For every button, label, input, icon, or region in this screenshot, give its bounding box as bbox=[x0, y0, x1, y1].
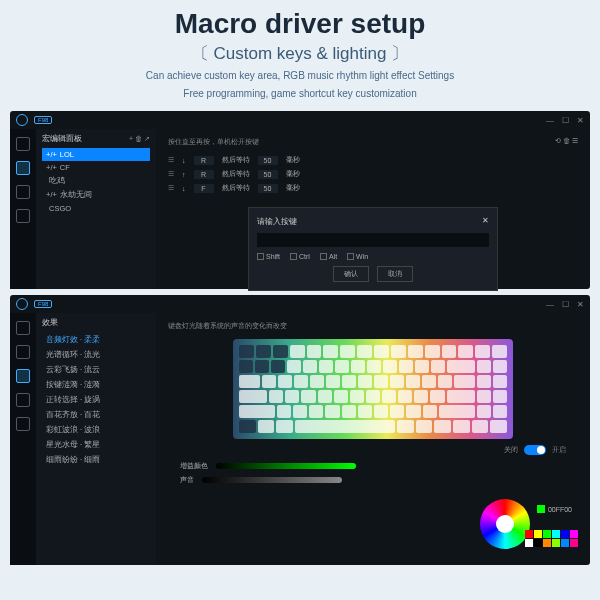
toggle-on-label: 开启 bbox=[552, 445, 566, 455]
panel-tools[interactable]: + 🗑 ↗ bbox=[129, 135, 150, 143]
toggle-off-label: 关闭 bbox=[504, 445, 518, 455]
home-icon[interactable] bbox=[16, 321, 30, 335]
sound-label: 声音 bbox=[180, 475, 194, 485]
color-swatch[interactable] bbox=[561, 530, 569, 538]
macro-item[interactable]: +/+LOL bbox=[42, 148, 150, 161]
color-swatch[interactable] bbox=[570, 530, 578, 538]
effect-item[interactable]: 星光水母 · 繁星 bbox=[42, 437, 150, 452]
modifier-checkbox[interactable]: Alt bbox=[320, 253, 337, 260]
effect-item[interactable]: 音频灯效 · 柔柔 bbox=[42, 332, 150, 347]
content-tools[interactable]: ⟲ 🗑 ☰ bbox=[555, 137, 578, 147]
macro-icon[interactable] bbox=[16, 345, 30, 359]
dialog-title: 请输入按键 bbox=[257, 216, 297, 227]
macro-icon[interactable] bbox=[16, 161, 30, 175]
sequence-row[interactable]: ☰↓F然后等待50毫秒 bbox=[168, 181, 578, 195]
hero-desc1: Can achieve custom key area, RGB music r… bbox=[10, 69, 590, 83]
maximize-button[interactable]: ☐ bbox=[562, 116, 569, 125]
color-swatch[interactable] bbox=[552, 539, 560, 547]
color-swatch[interactable] bbox=[525, 539, 533, 547]
sequence-row[interactable]: ☰↓R然后等待50毫秒 bbox=[168, 153, 578, 167]
color-hex: 00FF00 bbox=[548, 506, 572, 513]
content-hint: 按住直至再按，单机松开按键 bbox=[168, 137, 259, 147]
effect-item[interactable]: 细雨纷纷 · 细雨 bbox=[42, 452, 150, 467]
ok-button[interactable]: 确认 bbox=[333, 266, 369, 282]
macro-item[interactable]: 吃鸡 bbox=[42, 174, 150, 188]
titlebar: F98 — ☐ ✕ bbox=[10, 111, 590, 129]
sequence-row[interactable]: ☰↑R然后等待50毫秒 bbox=[168, 167, 578, 181]
model-badge: F98 bbox=[34, 300, 52, 308]
effect-toggle[interactable] bbox=[524, 445, 546, 455]
gain-color-slider[interactable] bbox=[216, 463, 356, 469]
minimize-button[interactable]: — bbox=[546, 116, 554, 125]
sidebar bbox=[10, 129, 36, 289]
effect-item[interactable]: 彩虹波浪 · 波浪 bbox=[42, 422, 150, 437]
panel-title: 效果 bbox=[42, 317, 58, 328]
modifier-checkbox[interactable]: Shift bbox=[257, 253, 280, 260]
color-swatch[interactable] bbox=[561, 539, 569, 547]
effect-description: 键盘灯光随着系统的声音的变化而改变 bbox=[168, 321, 578, 331]
macro-content: 按住直至再按，单机松开按键 ⟲ 🗑 ☰ ☰↓R然后等待50毫秒☰↑R然后等待50… bbox=[156, 129, 590, 289]
dialog-close-icon[interactable]: ✕ bbox=[482, 216, 489, 227]
effects-panel: 效果 音频灯效 · 柔柔光谱循环 · 流光云彩飞扬 · 流云按键涟漪 · 涟漪正… bbox=[36, 313, 156, 565]
panel-title: 宏编辑面板 bbox=[42, 133, 82, 144]
cancel-button[interactable]: 取消 bbox=[377, 266, 413, 282]
effect-item[interactable]: 光谱循环 · 流光 bbox=[42, 347, 150, 362]
modifier-checkbox[interactable]: Ctrl bbox=[290, 253, 310, 260]
current-color-swatch bbox=[537, 505, 545, 513]
app-logo-icon bbox=[16, 298, 28, 310]
macro-item[interactable]: CSGO bbox=[42, 202, 150, 215]
keyboard-preview bbox=[233, 339, 513, 439]
lighting-icon[interactable] bbox=[16, 369, 30, 383]
effect-item[interactable]: 百花齐放 · 百花 bbox=[42, 407, 150, 422]
titlebar: F98 — ☐ ✕ bbox=[10, 295, 590, 313]
sidebar bbox=[10, 313, 36, 565]
minimize-button[interactable]: — bbox=[546, 300, 554, 309]
color-swatch[interactable] bbox=[570, 539, 578, 547]
key-input-dialog: 请输入按键 ✕ ShiftCtrlAltWin 确认 取消 bbox=[248, 207, 498, 291]
macro-list-panel: 宏编辑面板 + 🗑 ↗ +/+LOL+/+CF吃鸡+/+永劫无间CSGO bbox=[36, 129, 156, 289]
app-logo-icon bbox=[16, 114, 28, 126]
close-button[interactable]: ✕ bbox=[577, 300, 584, 309]
macro-item[interactable]: +/+永劫无间 bbox=[42, 188, 150, 202]
color-swatch[interactable] bbox=[534, 539, 542, 547]
color-swatch[interactable] bbox=[543, 530, 551, 538]
home-icon[interactable] bbox=[16, 137, 30, 151]
sound-slider[interactable] bbox=[202, 477, 342, 483]
model-badge: F98 bbox=[34, 116, 52, 124]
settings-icon[interactable] bbox=[16, 393, 30, 407]
key-input-field[interactable] bbox=[257, 233, 489, 247]
hero-subtitle: 〔 Custom keys & lighting 〕 bbox=[10, 42, 590, 65]
hero-title: Macro driver setup bbox=[10, 8, 590, 40]
color-swatch[interactable] bbox=[534, 530, 542, 538]
effect-item[interactable]: 按键涟漪 · 涟漪 bbox=[42, 377, 150, 392]
lighting-window: F98 — ☐ ✕ 效果 音频灯效 · 柔柔光谱循环 · 流光云彩飞扬 · 流云… bbox=[10, 295, 590, 565]
macro-item[interactable]: +/+CF bbox=[42, 161, 150, 174]
gain-color-label: 增益颜色 bbox=[180, 461, 208, 471]
close-button[interactable]: ✕ bbox=[577, 116, 584, 125]
macro-editor-window: F98 — ☐ ✕ 宏编辑面板 + 🗑 ↗ +/+LOL+/+CF吃鸡+/+永劫… bbox=[10, 111, 590, 289]
lighting-icon[interactable] bbox=[16, 185, 30, 199]
color-wheel[interactable] bbox=[480, 499, 530, 549]
hero-desc2: Free programming, game shortcut key cust… bbox=[10, 87, 590, 101]
info-icon[interactable] bbox=[16, 417, 30, 431]
color-swatch[interactable] bbox=[543, 539, 551, 547]
lighting-content: 键盘灯光随着系统的声音的变化而改变 关闭 开启 增益颜色 声音 bbox=[156, 313, 590, 565]
effect-item[interactable]: 正转选择 · 旋涡 bbox=[42, 392, 150, 407]
effect-item[interactable]: 云彩飞扬 · 流云 bbox=[42, 362, 150, 377]
settings-icon[interactable] bbox=[16, 209, 30, 223]
modifier-checkbox[interactable]: Win bbox=[347, 253, 368, 260]
color-swatch[interactable] bbox=[552, 530, 560, 538]
maximize-button[interactable]: ☐ bbox=[562, 300, 569, 309]
color-swatch[interactable] bbox=[525, 530, 533, 538]
